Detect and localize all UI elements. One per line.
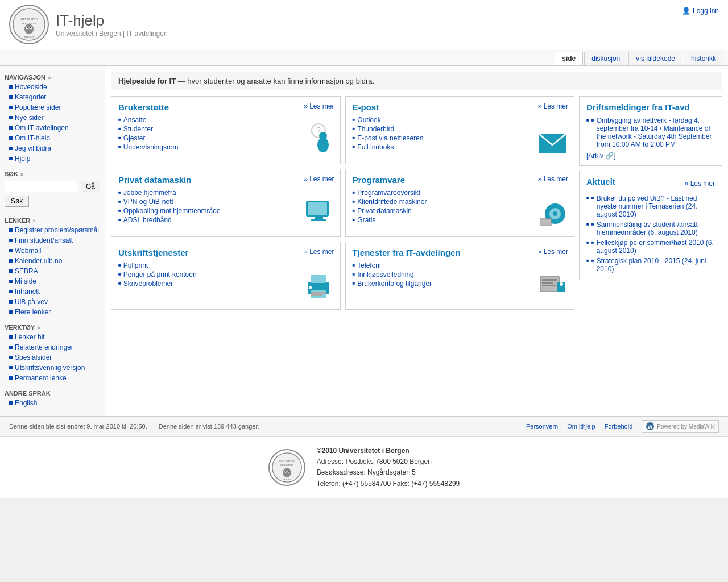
sidebar-item-lenker-hit[interactable]: Lenker hit [0, 332, 105, 342]
link-gjester[interactable]: Gjester [123, 134, 146, 142]
link-outlook[interactable]: Outlook [357, 116, 380, 124]
nav-heading: NAVIGASJON » [0, 70, 105, 82]
box-brukerstotte-title[interactable]: Brukerstøtte [118, 102, 333, 112]
box-brukerstotte-lesmer[interactable]: » Les mer [304, 102, 334, 110]
box-tjenester-lesmer[interactable]: » Les mer [538, 248, 568, 256]
aktuelt-lesmer[interactable]: » Les mer [685, 180, 715, 188]
driftsmeldinger-list: ■ Ombygging av nettverk - lørdag 4. sept… [586, 115, 715, 149]
aktuelt-link-0[interactable]: Bruker du pc ved UiB? - Last ned nyeste … [597, 194, 715, 218]
aktuelt-item-0[interactable]: ■ Bruker du pc ved UiB? - Last ned nyest… [586, 193, 715, 219]
sok-heading: SØK » [0, 167, 105, 178]
footer-links: Personvern Om ithjelp Forbehold [526, 423, 632, 430]
search-input[interactable] [5, 181, 78, 192]
link-studenter[interactable]: Studenter [123, 125, 153, 133]
aktuelt-item-2[interactable]: ■ Felleskjøp pc-er sommer/høst 2010 (6. … [586, 238, 715, 256]
driftsmelding-item[interactable]: ■ Ombygging av nettverk - lørdag 4. sept… [586, 115, 715, 149]
sidebar-item-permanent-lenke[interactable]: Permanent lenke [0, 373, 105, 383]
sidebar-item-kalender[interactable]: Kalender.uib.no [0, 256, 105, 266]
sidebar-item-flere-lenker[interactable]: Flere lenker [0, 307, 105, 317]
link-innkjopsveiledning[interactable]: Innkjøpsveiledning [357, 271, 413, 278]
login-area[interactable]: 👤 Logg inn [682, 5, 719, 15]
sidebar-item-kategorier[interactable]: Kategorier [0, 92, 105, 102]
aktuelt-link-3[interactable]: Strategisk plan 2010 - 2015 (24. juni 20… [597, 257, 715, 273]
tab-side[interactable]: side [555, 52, 583, 65]
link-oppkobling[interactable]: Oppkobling mot hjemmeområde [123, 207, 221, 215]
search-go-button[interactable]: Gå [81, 181, 100, 192]
link-thunderbird[interactable]: Thunderbird [357, 125, 394, 133]
sidebar-item-english[interactable]: English [0, 398, 105, 408]
svg-point-7 [30, 27, 31, 28]
box-programvare-title[interactable]: Programvare [353, 175, 568, 185]
link-epost-nettleser[interactable]: E-post via nettleseren [357, 134, 423, 142]
link-undervisningsrom[interactable]: Undervisningsrom [123, 143, 179, 151]
sidebar-item-hjelp[interactable]: Hjelp [0, 153, 105, 164]
svg-rect-23 [541, 219, 551, 225]
box-tjenester-title[interactable]: Tjenester fra IT-avdelingen [353, 248, 568, 257]
svg-rect-27 [309, 286, 312, 289]
aktuelt-link-2[interactable]: Felleskjøp pc-er sommer/høst 2010 (6. au… [597, 239, 715, 255]
tab-historikk[interactable]: historikk [684, 52, 723, 65]
link-skriveproblemer[interactable]: Skriveproblemer [123, 280, 173, 288]
sidebar: NAVIGASJON » Hovedside Kategorier Populæ… [0, 66, 105, 416]
box-privat-lesmer[interactable]: » Les mer [304, 175, 334, 183]
link-adsl[interactable]: ADSL bredbånd [123, 216, 172, 224]
sidebar-item-mi-side[interactable]: Mi side [0, 276, 105, 286]
sidebar-item-utskriftsvennlig[interactable]: Utskriftsvennlig versjon [0, 363, 105, 373]
sidebar-item-webmail[interactable]: Webmail [0, 246, 105, 256]
link-klientdriftede[interactable]: Klientdriftede maskiner [357, 198, 427, 206]
aktuelt-link-1[interactable]: Sammenslåing av student-/ansatt-hjemmeom… [597, 221, 715, 236]
sidebar-item-intranett[interactable]: Intranett [0, 286, 105, 297]
sidebar-item-populare-sider[interactable]: Populære sider [0, 102, 105, 113]
link-gratis[interactable]: Gratis [357, 216, 375, 224]
sidebar-item-relaterte-endringer[interactable]: Relaterte endringer [0, 342, 105, 352]
link-brukerkonto[interactable]: Brukerkonto og tilganger [357, 280, 432, 288]
sidebar-item-jeg-vil-bidra[interactable]: Jeg vil bidra [0, 143, 105, 153]
aktuelt-item-1[interactable]: ■ Sammenslåing av student-/ansatt-hjemme… [586, 219, 715, 238]
footer2-phone: Telefon: (+47) 55584700 Faks: (+47) 5554… [317, 480, 460, 488]
box-epost-lesmer[interactable]: » Les mer [538, 102, 568, 110]
footer-personvern[interactable]: Personvern [526, 423, 558, 430]
aktuelt-item-3[interactable]: ■ Strategisk plan 2010 - 2015 (24. juni … [586, 256, 715, 274]
sidebar-item-finn-student[interactable]: Finn student/ansatt [0, 235, 105, 246]
link-jobbe-hjemmefra[interactable]: Jobbe hjemmefra [123, 189, 176, 197]
aktuelt-box: Aktuelt » Les mer ■ Bruker du pc ved UiB… [579, 171, 722, 280]
sidebar-item-sebra[interactable]: SEBRA [0, 266, 105, 276]
lenker-heading: LENKER » [0, 214, 105, 225]
link-privat-datamaskin-soft[interactable]: Privat datamaskin [357, 207, 411, 215]
intro-bold: Hjelpeside for IT [118, 77, 176, 85]
sidebar-item-om-it-avdelingen[interactable]: Om IT-avdelingen [0, 123, 105, 133]
svg-rect-29 [311, 294, 322, 296]
sidebar-item-registrer[interactable]: Registrer problem/spørsmål [0, 225, 105, 235]
box-privat-datamaskin: Privat datamaskin » Les mer Jobbe hjemme… [111, 169, 341, 237]
link-telefoni[interactable]: Telefoni [357, 261, 380, 269]
footer2-visit: Besøksadresse: Nygårdsgaten 5 [317, 468, 416, 476]
link-vpn[interactable]: VPN og UiB-nett [123, 198, 173, 206]
link-ansatte[interactable]: Ansatte [123, 116, 147, 124]
driftsmelding-link[interactable]: Ombygging av nettverk - lørdag 4. septem… [597, 117, 715, 148]
box-epost-title[interactable]: E-post [353, 102, 568, 112]
tab-diskusjon[interactable]: diskusjon [584, 52, 627, 65]
sidebar-item-spesialsider[interactable]: Spesialsider [0, 352, 105, 363]
box-utskrift-lesmer[interactable]: » Les mer [304, 248, 334, 256]
sidebar-item-nye-sider[interactable]: Nye sider [0, 113, 105, 123]
box-programvare-lesmer[interactable]: » Les mer [538, 175, 568, 183]
box-utskrift-title[interactable]: Utskriftstjenester [118, 248, 333, 257]
link-programvareoversikt[interactable]: Programvareoversikt [357, 189, 420, 197]
footer-om-ithjelp[interactable]: Om ithjelp [567, 423, 595, 430]
link-pullprint[interactable]: Pullprint [123, 261, 148, 269]
box-privat-title[interactable]: Privat datamaskin [118, 175, 333, 185]
link-penger-print[interactable]: Penger på print-kontoen [123, 271, 197, 278]
svg-point-42 [283, 468, 291, 477]
login-link[interactable]: Logg inn [693, 7, 719, 15]
box-utskrift: Utskriftstjenester » Les mer Pullprint P… [111, 242, 341, 310]
tab-vis-kildekode[interactable]: vis kildekode [628, 52, 682, 65]
sidebar-item-uib-paa-vev[interactable]: UiB på vev [0, 297, 105, 307]
sidebar-item-hovedside[interactable]: Hovedside [0, 82, 105, 92]
footer2-text: ©2010 Universitetet i Bergen Adresse: Po… [317, 446, 460, 489]
search-button[interactable]: Søk [5, 196, 29, 207]
arkiv-link[interactable]: [Arkiv 🔗] [586, 152, 715, 160]
svg-rect-16 [308, 202, 327, 215]
sidebar-item-om-it-hjelp[interactable]: Om IT-hjelp [0, 133, 105, 143]
footer-forbehold[interactable]: Forbehold [605, 423, 633, 430]
link-full-innboks[interactable]: Full innboks [357, 143, 394, 151]
